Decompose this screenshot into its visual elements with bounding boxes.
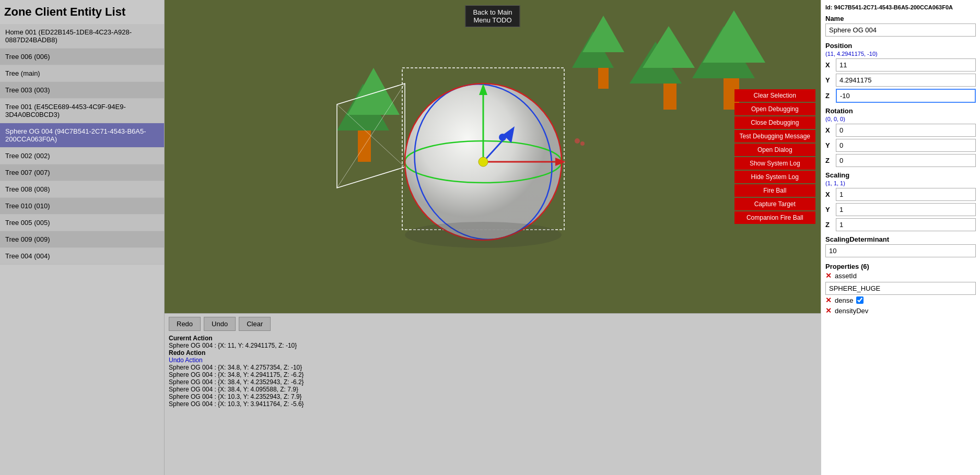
entity-id: Id: 94C7B541-2C71-4543-B6A5-200CCA063F0A [825,4,976,10]
panel-title: Zone Client Entity List [0,0,164,24]
back-btn-label: Back to Main Menu TODO [473,8,512,24]
property-densitydev-delete[interactable]: ✕ [825,306,832,315]
entity-item[interactable]: Tree 001 (E45CE689-4453-4C9F-94E9-3D4A0B… [0,99,164,123]
entity-item[interactable]: Tree 004 (004) [0,248,164,265]
svg-rect-6 [663,84,676,110]
entity-item[interactable]: Tree 009 (009) [0,231,164,248]
entity-item[interactable]: Tree 006 (006) [0,49,164,65]
position-z-input[interactable] [836,89,976,103]
scaling-sublabel: (1, 1, 1) [825,180,976,186]
rotation-label: Rotation [825,107,976,115]
position-z-label: Z [825,92,836,100]
action-log-line: Redo Action [169,349,816,357]
rotation-x-input[interactable] [836,124,976,137]
scaling-y-label: Y [825,206,836,213]
action-log-line: Curernt Action [169,335,816,342]
context-menu-button-hide-system-log[interactable]: Hide System Log [734,171,815,183]
rotation-sublabel: (0, 0, 0) [825,116,976,122]
context-menu-button-fire-ball[interactable]: Fire Ball [734,184,815,197]
scaling-det-input[interactable] [825,244,976,257]
scaling-x-label: X [825,191,836,198]
property-assetid-delete[interactable]: ✕ [825,271,832,280]
property-assetid-label: assetId [835,272,857,280]
scaling-y-row: Y [825,203,976,216]
redo-button[interactable]: Redo [169,317,201,331]
property-densitydev-label: densityDev [835,307,868,315]
name-input[interactable] [825,23,976,37]
scaling-x-row: X [825,188,976,201]
rotation-z-label: Z [825,157,836,164]
rotation-z-row: Z [825,154,976,167]
action-log-line: Sphere OG 004 : {X: 38.4, Y: 4.2352943, … [169,378,816,386]
entity-item[interactable]: Tree 010 (010) [0,198,164,215]
context-menu-button-clear-selection[interactable]: Clear Selection [734,89,815,102]
clear-button[interactable]: Clear [239,317,271,331]
center-panel: Back to Main Menu TODO Clear SelectionOp… [165,0,821,475]
entity-item[interactable]: Home 001 (ED22B145-1DE8-4C23-A928-0887D2… [0,24,164,49]
context-menu-button-companion-fire-ball[interactable]: Companion Fire Ball [734,211,815,224]
action-log-line: Sphere OG 004 : {X: 38.4, Y: 4.095588, Z… [169,386,816,393]
entity-item[interactable]: Tree (main) [0,65,164,82]
position-sublabel: (11, 4.2941175, -10) [825,51,976,57]
property-dense-label: dense [835,296,853,304]
rotation-y-input[interactable] [836,139,976,152]
position-x-label: X [825,61,836,69]
undo-button[interactable]: Undo [204,317,236,331]
action-bar: Redo Undo Clear Curernt ActionSphere OG … [165,313,821,475]
entity-item[interactable]: Tree 007 (007) [0,164,164,181]
scaling-x-input[interactable] [836,188,976,201]
entity-item[interactable]: Sphere OG 004 (94C7B541-2C71-4543-B6A5-2… [0,123,164,148]
svg-rect-3 [598,68,609,89]
action-log-line: Sphere OG 004 : {X: 10.3, Y: 3.9411764, … [169,400,816,408]
scaling-y-input[interactable] [836,203,976,216]
entity-item[interactable]: Tree 005 (005) [0,215,164,231]
right-panel: Id: 94C7B541-2C71-4543-B6A5-200CCA063F0A… [821,0,980,475]
rotation-y-label: Y [825,141,836,149]
position-label: Position [825,42,976,50]
left-panel: Zone Client Entity List Home 001 (ED22B1… [0,0,165,475]
position-x-input[interactable] [836,58,976,72]
back-to-main-button[interactable]: Back to Main Menu TODO [465,5,520,27]
rotation-y-row: Y [825,139,976,152]
action-log-line: Sphere OG 004 : {X: 34.8, Y: 4.2757354, … [169,364,816,371]
rotation-x-label: X [825,126,836,134]
context-menu-button-open-debugging[interactable]: Open Debugging [734,103,815,115]
property-assetid-row: ✕ assetId [825,271,976,280]
property-dense-delete[interactable]: ✕ [825,296,832,304]
position-x-row: X [825,58,976,72]
action-log-line: Sphere OG 004 : {X: 34.8, Y: 4.2941175, … [169,371,816,378]
position-y-row: Y [825,74,976,87]
context-menu-button-capture-target[interactable]: Capture Target [734,198,815,210]
entity-item[interactable]: Tree 003 (003) [0,82,164,99]
rotation-z-input[interactable] [836,154,976,167]
svg-point-32 [405,222,562,248]
context-menu: Clear SelectionOpen DebuggingClose Debug… [734,89,815,224]
context-menu-button-show-system-log[interactable]: Show System Log [734,157,815,170]
entity-list: Home 001 (ED22B145-1DE8-4C23-A928-0887D2… [0,24,164,265]
action-buttons: Redo Undo Clear [169,317,816,331]
scaling-z-label: Z [825,221,836,229]
entity-item[interactable]: Tree 002 (002) [0,148,164,164]
property-densitydev-row: ✕ densityDev [825,306,976,315]
context-menu-button-open-dialog[interactable]: Open Dialog [734,144,815,156]
property-assetid-input[interactable] [825,282,976,295]
properties-label: Properties (6) [825,263,976,270]
scaling-det-label: ScalingDeterminant [825,235,976,243]
position-y-input[interactable] [836,74,976,87]
context-menu-button-close-debugging[interactable]: Close Debugging [734,116,815,129]
context-menu-button-test-debugging-message[interactable]: Test Debugging Message [734,130,815,142]
svg-point-28 [499,134,506,141]
entity-item[interactable]: Tree 008 (008) [0,181,164,198]
svg-point-31 [479,157,488,167]
svg-point-14 [580,141,585,146]
svg-point-13 [575,138,580,144]
scaling-label: Scaling [825,171,976,179]
property-dense-row: ✕ dense [825,296,976,304]
scaling-z-row: Z [825,218,976,231]
action-log-line: Sphere OG 004 : {X: 10.3, Y: 4.2352943, … [169,393,816,400]
viewport: Back to Main Menu TODO Clear SelectionOp… [165,0,821,313]
position-y-label: Y [825,76,836,84]
action-log: Curernt ActionSphere OG 004 : {X: 11, Y:… [169,335,816,408]
scaling-z-input[interactable] [836,218,976,231]
property-dense-checkbox[interactable] [856,296,864,304]
